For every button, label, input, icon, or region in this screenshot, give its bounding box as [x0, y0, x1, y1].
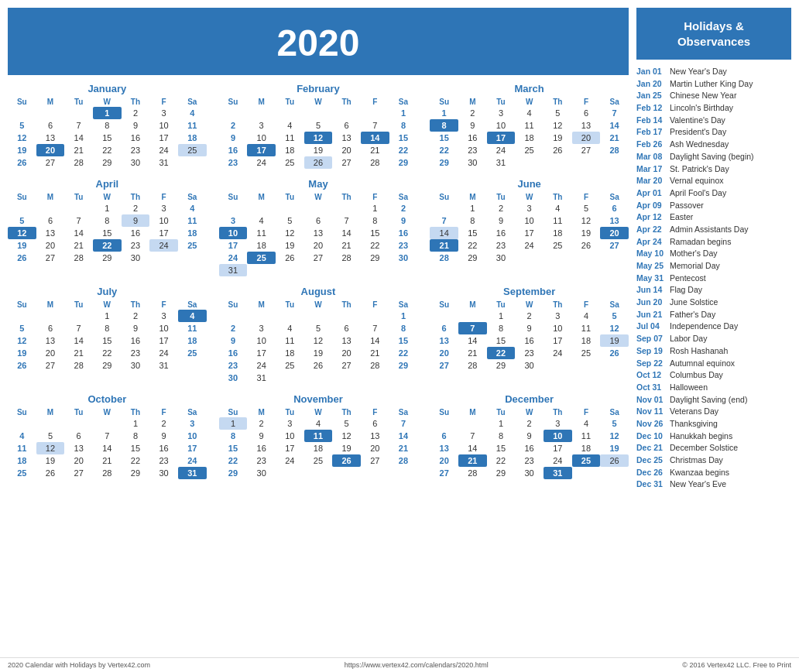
holidays-section: Holidays &Observances Jan 01New Year's D… — [636, 8, 791, 646]
calendar-day: 28 — [389, 454, 418, 467]
holiday-item: Jan 25Chinese New Year — [636, 90, 791, 101]
calendar-day — [8, 417, 36, 430]
day-header: F — [149, 97, 178, 107]
calendar-day: 19 — [600, 334, 629, 347]
calendar-day: 19 — [304, 347, 333, 359]
calendar-day: 6 — [430, 430, 458, 442]
calendar-day: 22 — [93, 347, 122, 359]
calendar-day: 23 — [219, 156, 248, 169]
calendar-day — [361, 372, 389, 384]
calendar-day: 28 — [361, 359, 389, 372]
day-header: Su — [8, 300, 36, 310]
calendar-day — [389, 467, 418, 479]
calendar-day: 23 — [515, 347, 544, 359]
calendar-day: 16 — [122, 334, 150, 347]
calendar-day: 19 — [8, 239, 36, 252]
calendar-day: 26 — [544, 144, 572, 156]
calendar-day: 7 — [64, 322, 93, 334]
calendar-day: 22 — [361, 239, 389, 252]
calendar-day: 19 — [572, 227, 601, 239]
calendar-day — [149, 252, 178, 264]
calendar-day: 30 — [458, 156, 487, 169]
calendar-day: 7 — [361, 322, 389, 334]
holiday-name: Chinese New Year — [670, 90, 736, 101]
calendar-day: 6 — [361, 417, 389, 430]
calendar-day: 1 — [389, 107, 418, 119]
calendar-day: 21 — [93, 454, 122, 467]
day-header: Su — [8, 407, 36, 417]
calendar-day — [332, 467, 361, 479]
calendar-day: 27 — [304, 252, 333, 264]
calendar-day: 4 — [304, 417, 333, 430]
footer: 2020 Calendar with Holidays by Vertex42.… — [0, 657, 799, 672]
calendar-day: 1 — [122, 417, 150, 430]
calendar-day: 26 — [304, 156, 333, 169]
calendar-day: 17 — [487, 132, 516, 144]
calendar-day: 20 — [304, 239, 333, 252]
holiday-item: Apr 24Ramadan begins — [636, 236, 791, 248]
holiday-date: Jun 20 — [636, 297, 666, 308]
calendar-day: 30 — [149, 467, 178, 479]
calendar-day: 24 — [219, 252, 248, 264]
calendar-day: 22 — [389, 347, 418, 359]
year-header: 2020 — [8, 8, 629, 75]
calendar-day: 8 — [93, 214, 122, 227]
holiday-item: Apr 12Easter — [636, 211, 791, 223]
holiday-name: Vernal equinox — [670, 175, 723, 187]
calendar-day: 18 — [178, 334, 207, 347]
calendar-day: 27 — [36, 156, 65, 169]
calendar-day — [361, 467, 389, 479]
day-header: Th — [332, 192, 361, 202]
calendar-day: 9 — [122, 322, 150, 334]
calendar-day: 13 — [304, 227, 333, 239]
holiday-name: Labor Day — [670, 333, 707, 345]
day-header: Sa — [600, 300, 629, 310]
calendar-day: 26 — [332, 454, 361, 467]
calendar-day: 28 — [361, 156, 389, 169]
calendar-day: 24 — [544, 454, 572, 467]
calendar-day: 1 — [93, 310, 122, 322]
calendar-day — [178, 156, 207, 169]
calendar-day — [64, 202, 93, 214]
calendar-day: 10 — [487, 119, 516, 132]
calendar-day: 2 — [219, 119, 248, 132]
month-table: SuMTuWThFSa12345678910111213141516171819… — [430, 300, 629, 372]
holiday-date: Apr 12 — [636, 211, 666, 223]
day-header: Sa — [389, 192, 418, 202]
month-title: June — [430, 178, 629, 190]
day-header: W — [304, 300, 333, 310]
holiday-item: Jun 21Father's Day — [636, 309, 791, 321]
calendar-day: 21 — [64, 144, 93, 156]
day-header: Th — [544, 300, 572, 310]
holiday-date: Sep 07 — [636, 333, 666, 345]
calendar-day — [304, 107, 333, 119]
calendar-day: 5 — [304, 322, 333, 334]
calendar-day: 3 — [487, 107, 516, 119]
calendar-day: 20 — [36, 347, 65, 359]
calendar-day: 10 — [149, 214, 178, 227]
day-header: Tu — [64, 97, 93, 107]
calendar-day — [64, 417, 93, 430]
holiday-name: Martin Luther King Day — [670, 78, 753, 90]
calendar-day: 9 — [515, 430, 544, 442]
calendar-day: 16 — [122, 227, 150, 239]
month-block: AprilSuMTuWThFSa123456789101112131415161… — [8, 178, 207, 276]
calendar-day: 6 — [64, 430, 93, 442]
holiday-name: Autumnal equinox — [670, 358, 735, 369]
calendar-day: 3 — [276, 417, 304, 430]
day-header: Sa — [389, 97, 418, 107]
month-table: SuMTuWThFSa12345678910111213141516171819… — [8, 192, 207, 264]
holiday-date: Jul 04 — [636, 321, 666, 332]
calendar-day: 12 — [304, 132, 333, 144]
month-title: February — [219, 83, 418, 94]
calendar-day: 14 — [93, 442, 122, 454]
calendar-day — [458, 417, 487, 430]
month-block: SeptemberSuMTuWThFSa12345678910111213141… — [430, 286, 629, 384]
calendar-day: 29 — [93, 359, 122, 372]
day-header: F — [572, 300, 601, 310]
calendar-day: 16 — [247, 442, 276, 454]
holiday-name: Passover — [670, 200, 704, 211]
day-header: Su — [219, 97, 248, 107]
holiday-date: Jan 25 — [636, 90, 666, 101]
calendar-day: 8 — [389, 322, 418, 334]
